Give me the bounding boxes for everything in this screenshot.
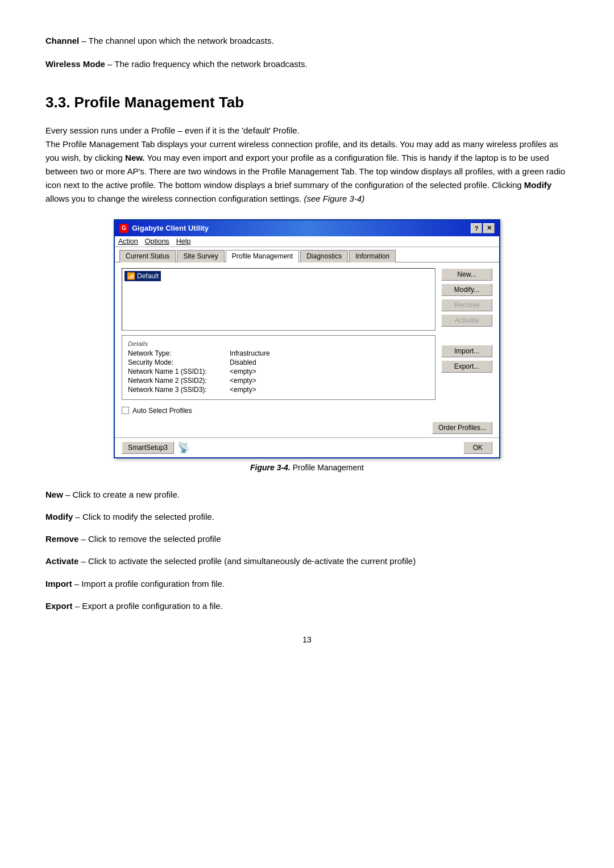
close-button[interactable]: ✕ — [483, 223, 495, 233]
detail-row-ssid3: Network Name 3 (SSID3): <empty> — [128, 386, 429, 394]
detail-label-security-mode: Security Mode: — [128, 358, 227, 366]
remove-button[interactable]: Remove — [441, 299, 492, 311]
detail-label-ssid1: Network Name 1 (SSID1): — [128, 368, 227, 375]
menu-help[interactable]: Help — [176, 237, 191, 245]
dialog-sidebar: New... Modify... Remove Activate Import.… — [441, 268, 492, 416]
term-import-label: Import — [45, 579, 72, 589]
ok-button[interactable]: OK — [463, 441, 492, 454]
detail-value-ssid1: <empty> — [230, 368, 256, 375]
term-new-label: New — [45, 490, 63, 499]
antenna-icon: 📡 — [177, 441, 190, 454]
import-export-group: Import... Export... — [441, 345, 492, 373]
figure-caption-text: Profile Management — [293, 463, 364, 472]
term-remove: Remove – Click to remove the selected pr… — [45, 532, 569, 545]
detail-row-ssid2: Network Name 2 (SSID2): <empty> — [128, 377, 429, 385]
detail-row-ssid1: Network Name 1 (SSID1): <empty> — [128, 368, 429, 375]
order-profiles-container: Order Profiles... — [115, 422, 499, 437]
intro-modify-bold: Modify — [524, 180, 551, 190]
channel-desc: The channel upon which the network broad… — [86, 36, 274, 45]
details-group: Details Network Type: Infrastructure Sec… — [122, 335, 435, 400]
term-activate: Activate – Click to activate the selecte… — [45, 554, 569, 567]
order-profiles-button[interactable]: Order Profiles... — [432, 422, 492, 434]
channel-paragraph: Channel – The channel upon which the net… — [45, 34, 569, 47]
details-legend: Details — [128, 340, 429, 347]
dialog-tabs: Current Status Site Survey Profile Manag… — [115, 247, 499, 262]
detail-label-network-type: Network Type: — [128, 349, 227, 357]
detail-value-ssid2: <empty> — [230, 377, 256, 385]
wireless-desc: The radio frequency which the network br… — [112, 59, 307, 69]
intro-new-bold: New. — [125, 153, 144, 162]
app-icon: G — [119, 224, 128, 233]
section-title: 3.3. Profile Management Tab — [45, 94, 569, 111]
channel-dash: – — [79, 36, 86, 45]
dialog-title: Gigabyte Client Utility — [132, 224, 209, 232]
term-modify: Modify – Click to modify the selected pr… — [45, 510, 569, 523]
intro-p1: Every session runs under a Profile – eve… — [45, 126, 300, 135]
channel-term: Channel — [45, 36, 79, 45]
profile-list-area[interactable]: 📶 Default — [122, 268, 435, 331]
wireless-dash: – — [105, 59, 113, 69]
help-button[interactable]: ? — [471, 223, 482, 233]
wireless-paragraph: Wireless Mode – The radio frequency whic… — [45, 57, 569, 70]
menu-options[interactable]: Options — [145, 237, 169, 245]
export-button[interactable]: Export... — [441, 360, 492, 373]
activate-button[interactable]: Activate — [441, 314, 492, 327]
intro-text: Every session runs under a Profile – eve… — [45, 124, 569, 206]
tab-current-status[interactable]: Current Status — [119, 250, 176, 262]
detail-row-security-mode: Security Mode: Disabled — [128, 358, 429, 366]
profile-item-default[interactable]: 📶 Default — [125, 271, 161, 281]
import-button[interactable]: Import... — [441, 345, 492, 357]
titlebar-left: G Gigabyte Client Utility — [119, 224, 209, 233]
term-activate-label: Activate — [45, 556, 78, 566]
detail-value-network-type: Infrastructure — [230, 349, 270, 357]
modify-button[interactable]: Modify... — [441, 283, 492, 296]
smartsetup-button[interactable]: SmartSetup3 — [122, 441, 174, 454]
detail-label-ssid2: Network Name 2 (SSID2): — [128, 377, 227, 385]
term-remove-label: Remove — [45, 534, 78, 544]
footer-left: SmartSetup3 📡 — [122, 441, 190, 454]
figure-number: Figure 3-4. — [250, 463, 291, 472]
profile-name: Default — [137, 272, 159, 280]
term-import: Import – Import a profile configuration … — [45, 577, 569, 590]
profile-radio-icon: 📶 — [127, 272, 135, 280]
auto-select-checkbox[interactable] — [122, 407, 129, 414]
term-modify-label: Modify — [45, 512, 73, 521]
dialog-menubar: Action Options Help — [115, 236, 499, 247]
dialog-body: 📶 Default Details Network Type: Infrastr… — [115, 262, 499, 422]
tab-site-survey[interactable]: Site Survey — [177, 250, 224, 262]
dialog-main: 📶 Default Details Network Type: Infrastr… — [122, 268, 435, 416]
tab-diagnostics[interactable]: Diagnostics — [300, 250, 348, 262]
auto-select-label: Auto Select Profiles — [132, 407, 192, 415]
dialog-titlebar: G Gigabyte Client Utility ? ✕ — [115, 220, 499, 236]
term-export-label: Export — [45, 601, 73, 611]
tab-information[interactable]: Information — [349, 250, 396, 262]
page-number: 13 — [45, 635, 569, 644]
term-new: New – Click to create a new profile. — [45, 488, 569, 501]
detail-value-security-mode: Disabled — [230, 358, 256, 366]
figure-caption: Figure 3-4. Profile Management — [45, 463, 569, 472]
wireless-term: Wireless Mode — [45, 59, 105, 69]
menu-action[interactable]: Action — [118, 237, 138, 245]
gigabyte-client-dialog: G Gigabyte Client Utility ? ✕ Action Opt… — [114, 219, 500, 458]
titlebar-buttons[interactable]: ? ✕ — [471, 223, 495, 233]
detail-label-ssid3: Network Name 3 (SSID3): — [128, 386, 227, 394]
tab-profile-management[interactable]: Profile Management — [226, 250, 299, 262]
intro-p2c: allows you to change the wireless connec… — [45, 194, 304, 203]
term-export: Export – Export a profile configuration … — [45, 599, 569, 612]
dialog-footer: SmartSetup3 📡 OK — [115, 437, 499, 457]
auto-select-row: Auto Select Profiles — [122, 407, 435, 415]
new-button[interactable]: New... — [441, 268, 492, 281]
intro-figure-ref: (see Figure 3-4) — [304, 194, 364, 203]
detail-row-network-type: Network Type: Infrastructure — [128, 349, 429, 357]
detail-value-ssid3: <empty> — [230, 386, 256, 394]
